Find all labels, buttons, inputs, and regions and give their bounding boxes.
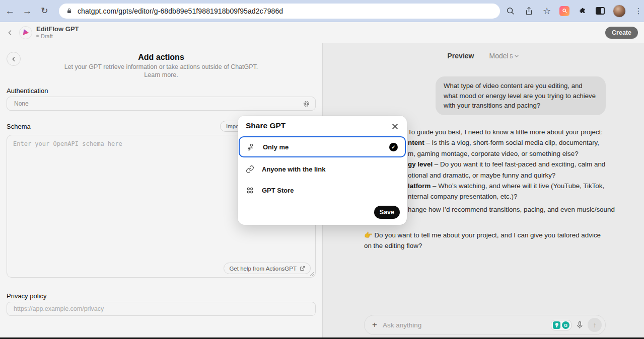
grid-icon bbox=[246, 186, 254, 195]
save-button[interactable]: Save bbox=[374, 206, 400, 219]
share-gpt-modal: Share GPT Only me ✓ Anyone with the link… bbox=[238, 116, 407, 225]
modal-title: Share GPT bbox=[246, 121, 285, 130]
back-icon[interactable]: ← bbox=[3, 4, 17, 19]
lock-icon bbox=[66, 8, 73, 14]
reload-icon[interactable]: ↻ bbox=[37, 4, 52, 19]
browser-window: ← → ↻ chatgpt.com/gpts/editor/g-68db89e5… bbox=[0, 0, 644, 339]
profile-avatar[interactable] bbox=[613, 5, 626, 18]
close-icon[interactable] bbox=[390, 121, 400, 131]
url-text[interactable]: chatgpt.com/gpts/editor/g-68db89e51f9881… bbox=[78, 7, 283, 15]
sidebar-icon[interactable] bbox=[595, 6, 606, 17]
forward-icon[interactable]: → bbox=[20, 4, 34, 19]
share-option-gpt-store[interactable]: GPT Store bbox=[239, 180, 406, 201]
extension-badge-icon[interactable] bbox=[559, 6, 569, 16]
url-bar[interactable]: chatgpt.com/gpts/editor/g-68db89e51f9881… bbox=[59, 4, 500, 19]
search-icon[interactable] bbox=[505, 6, 516, 17]
kebab-menu-icon[interactable]: ⋮ bbox=[633, 6, 644, 17]
bookmark-star-icon[interactable]: ☆ bbox=[541, 6, 552, 17]
selected-check-icon: ✓ bbox=[389, 143, 398, 151]
share-icon[interactable] bbox=[523, 6, 534, 17]
puzzle-extensions-icon[interactable] bbox=[577, 6, 588, 17]
browser-toolbar: ← → ↻ chatgpt.com/gpts/editor/g-68db89e5… bbox=[0, 0, 644, 22]
link-icon bbox=[246, 165, 254, 174]
person-lock-icon bbox=[247, 143, 255, 151]
share-option-only-me[interactable]: Only me ✓ bbox=[239, 136, 406, 157]
share-option-anyone-link[interactable]: Anyone with the link bbox=[239, 158, 406, 180]
